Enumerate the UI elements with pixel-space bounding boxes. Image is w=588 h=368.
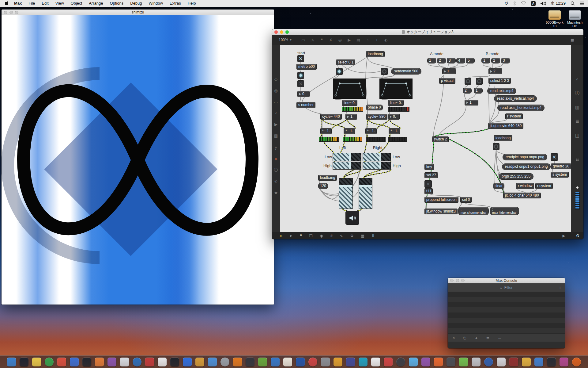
object-jit-qt-movie[interactable]: jit.qt.movie 640 480 — [488, 123, 523, 128]
object-r-window[interactable]: r window — [516, 183, 534, 189]
dock-app-icon-32[interactable] — [396, 358, 405, 366]
object-switch[interactable]: switch 2 — [432, 137, 448, 142]
clear-console-icon[interactable]: × — [453, 335, 455, 340]
toggle-start[interactable]: ✕ — [298, 56, 304, 62]
object-qmetro[interactable]: qmetro 20 — [551, 164, 571, 169]
new-object-icon[interactable]: ▭ — [301, 38, 306, 42]
snapshot-icon[interactable]: ◫ — [571, 133, 583, 138]
dock-app-icon-17[interactable] — [208, 358, 217, 366]
dock-app-icon-28[interactable] — [346, 358, 355, 366]
message-clear[interactable]: clear — [493, 183, 504, 189]
message-read-axis-horizontal[interactable]: read axis_horizontal.mp4 — [498, 105, 544, 111]
object-cycle-440[interactable]: cycle~ 440 — [321, 114, 341, 119]
function-envelope-editor[interactable] — [333, 79, 366, 98]
video-icon[interactable]: ▶ — [272, 122, 280, 127]
ezdac-speaker-button[interactable] — [346, 211, 359, 224]
object-select-0-1[interactable]: select 0 1 — [336, 60, 355, 65]
wifi-icon[interactable] — [521, 2, 526, 5]
dock-app-icon-4[interactable] — [45, 358, 54, 366]
bang-button[interactable] — [476, 78, 482, 84]
windows-icon[interactable]: ❐ — [309, 234, 313, 238]
object-jit-lcd[interactable]: jit.lcd 4 char 640 480 — [503, 193, 541, 198]
menu-item-window[interactable]: Window — [145, 0, 166, 7]
playbar-icon[interactable]: ▶ — [347, 38, 352, 42]
plugs-icon[interactable]: ◆ — [272, 156, 280, 161]
bang-button[interactable] — [465, 78, 471, 84]
grid-toggle-icon[interactable]: ▦ — [571, 38, 574, 42]
keyboard-icon[interactable]: ▦ — [361, 234, 364, 238]
number-box[interactable]: 1 — [443, 69, 456, 74]
object-jit-window[interactable]: jit.window shimizu — [425, 209, 457, 214]
object-line[interactable]: line~ 0. — [342, 100, 357, 105]
object-key[interactable]: key — [425, 164, 434, 170]
object-times[interactable]: *~ 1. — [321, 128, 331, 134]
message-readpict-onpu[interactable]: readpict onpu onpu.png — [503, 154, 547, 160]
object-cycle-880[interactable]: cycle~ 880 — [366, 114, 387, 119]
max-patcher-window[interactable]: オクターブイリュージョン3 100%▼ ▭◳❝✗◎▶▤◔+⬖ ▦ — [272, 29, 583, 239]
dial-icon[interactable]: ◔ — [365, 38, 370, 42]
message-brgb[interactable]: brgb 255 255 255 — [499, 174, 533, 179]
menu-item-max[interactable]: Max — [11, 0, 25, 7]
dock-app-icon-38[interactable] — [472, 358, 481, 366]
object-loadbang[interactable]: loadbang — [318, 175, 337, 180]
dock-app-icon-39[interactable] — [484, 358, 493, 366]
attachments-icon[interactable]: ∮ — [272, 145, 280, 150]
volume-icon[interactable] — [541, 2, 546, 6]
dock-app-icon-19[interactable] — [233, 358, 242, 366]
dock-app-icon-12[interactable] — [145, 358, 154, 366]
function-envelope-editor[interactable] — [380, 79, 412, 98]
menu-item-options[interactable]: Options — [106, 0, 127, 7]
dock-app-icon-21[interactable] — [258, 358, 267, 366]
input-source-icon[interactable]: A — [531, 1, 536, 6]
disabled-icon[interactable]: ⊘ — [272, 179, 280, 183]
toggle-qmetro[interactable]: ✕ — [551, 154, 558, 160]
new-message-icon[interactable]: ◳ — [310, 38, 315, 42]
inspector-icon[interactable]: ⓘ — [571, 90, 583, 96]
gain-slider-vertical[interactable] — [339, 178, 352, 209]
zoom-dropdown[interactable]: 100%▼ — [272, 38, 292, 42]
dock-app-icon-3[interactable] — [32, 358, 41, 366]
number-box[interactable]: 0. — [388, 114, 399, 119]
images-icon[interactable]: ▦ — [272, 133, 280, 138]
button-icon[interactable]: ◎ — [337, 38, 343, 42]
dock-app-icon-25[interactable] — [308, 358, 317, 366]
filter-search-field[interactable]: ⌕Filter — [500, 285, 513, 290]
dock-app-icon-26[interactable] — [321, 358, 330, 366]
dock-app-icon-27[interactable] — [334, 358, 342, 366]
dock-app-icon-40[interactable] — [497, 358, 506, 366]
dock-app-icon-45[interactable] — [560, 358, 568, 366]
apple-menu-icon[interactable] — [5, 1, 9, 6]
message-1[interactable]: 1 — [428, 58, 436, 63]
columns-icon[interactable]: ▥ — [571, 105, 583, 110]
object-r-system[interactable]: r system — [506, 114, 522, 119]
dock-app-icon-10[interactable] — [120, 358, 129, 366]
time-machine-icon[interactable]: ↺ — [504, 1, 508, 6]
dock-app-icon-22[interactable] — [271, 358, 280, 366]
menu-item-help[interactable]: Help — [184, 0, 199, 7]
dock-app-icon-34[interactable] — [421, 358, 430, 366]
shimizu-window[interactable]: shimizu — [2, 10, 274, 305]
menu-item-debug[interactable]: Debug — [127, 0, 145, 7]
sort-icon[interactable]: ≣ — [486, 335, 490, 340]
comment-icon[interactable]: ❝ — [319, 38, 324, 42]
patch-cords-icon[interactable]: ∿ — [340, 234, 343, 238]
paint-icon[interactable]: ⬖ — [383, 38, 389, 42]
message-2[interactable]: 2 — [492, 58, 500, 63]
object-t-i-i[interactable]: t i i — [425, 189, 432, 194]
matrix-icon[interactable]: ⠿ — [372, 234, 375, 238]
bang-button[interactable] — [493, 144, 499, 150]
number-box[interactable]: 1 — [465, 100, 478, 105]
message-3[interactable]: 3 — [447, 58, 455, 63]
dock-app-icon-23[interactable] — [283, 358, 292, 366]
object-sel-27[interactable]: sel 27 — [425, 173, 438, 178]
message-read-axis[interactable]: read axis.mp4 — [488, 88, 516, 94]
gain-slider-vertical[interactable] — [359, 178, 372, 209]
object-loadbang[interactable]: loadbang — [494, 136, 512, 141]
gain-slider-right-high[interactable] — [363, 162, 390, 169]
object-p-visual[interactable]: p visual — [439, 78, 455, 83]
dock-app-icon-24[interactable] — [296, 358, 305, 366]
camera-icon[interactable]: ◉ — [320, 234, 323, 238]
jump-icon[interactable]: ← — [498, 335, 502, 340]
object-select-1-2-3[interactable]: select 1 2 3 — [489, 78, 511, 83]
dock-app-icon-36[interactable] — [447, 358, 455, 366]
